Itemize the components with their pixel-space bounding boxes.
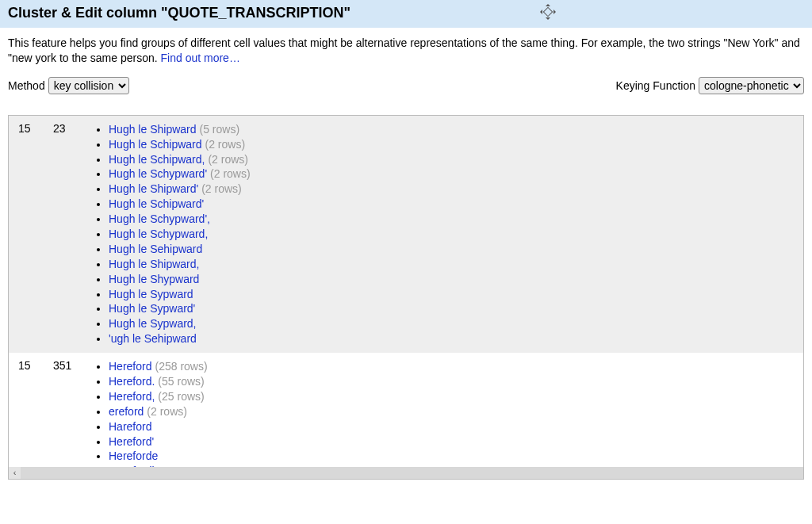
cluster-value-link[interactable]: Hugh le Schypward',	[109, 212, 210, 225]
keying-function-label: Keying Function	[616, 79, 695, 92]
row-count: (25 rows)	[158, 390, 204, 403]
find-out-more-link[interactable]: Find out more…	[161, 52, 240, 64]
method-control: Method key collision	[8, 77, 129, 94]
dialog-title: Cluster & Edit column "QUOTE_TRANSCRIPTI…	[8, 5, 350, 21]
cluster-value-link[interactable]: Hereforde	[109, 449, 158, 462]
cluster-values: Hugh le Shipward(5 rows)Hugh le Schipwar…	[91, 122, 799, 346]
cluster-size-a: 15	[13, 359, 53, 480]
cluster-value-item: Hereford'	[109, 434, 799, 449]
cluster-value-link[interactable]: Hugh le Sypward	[109, 288, 193, 300]
keying-function-select[interactable]: cologne-phonetic	[699, 77, 804, 94]
row-count: (2 rows)	[210, 167, 251, 180]
cluster-value-item: Hugh le Schipward,(2 rows)	[109, 152, 799, 167]
drag-handle-icon[interactable]	[539, 3, 557, 21]
cluster-value-link[interactable]: Hereford	[109, 360, 151, 373]
cluster-value-link[interactable]: 'ugh le Sehipward	[109, 332, 197, 345]
cluster-value-link[interactable]: Hereford'	[109, 435, 154, 448]
controls-row: Method key collision Keying Function col…	[0, 69, 812, 99]
cluster-value-item: Hugh le Schypward'(2 rows)	[109, 166, 799, 182]
cluster-value-item: Herefordie,	[109, 479, 799, 480]
cluster-size-b: 23	[53, 122, 91, 346]
cluster-value-item: Hereforde	[109, 449, 799, 464]
cluster-value-item: Hugh le Schypward',	[109, 212, 799, 227]
svg-rect-0	[543, 7, 552, 16]
cluster-value-item: Hugh le Schipward'	[109, 197, 799, 212]
cluster-value-item: Hugh le Shipward(5 rows)	[109, 122, 799, 137]
cluster-value-link[interactable]: Hugh le Shipward,	[109, 258, 199, 270]
cluster-value-link[interactable]: Hareford	[109, 420, 151, 433]
cluster-value-link[interactable]: Hugh le Sehipward	[109, 243, 202, 255]
cluster-value-item: ereford(2 rows)	[109, 404, 799, 419]
cluster-row: 15351Hereford(258 rows)Hereford.(55 rows…	[9, 353, 803, 480]
cluster-value-item: Hereford.(55 rows)	[109, 374, 799, 389]
cluster-size-a: 15	[13, 122, 53, 346]
cluster-value-link[interactable]: Hugh le Shipward'	[109, 182, 198, 195]
horizontal-scrollbar[interactable]: ‹	[9, 467, 803, 479]
intro-body: This feature helps you find groups of di…	[8, 36, 800, 64]
intro-text: This feature helps you find groups of di…	[0, 28, 812, 69]
cluster-value-link[interactable]: Hereford,	[109, 390, 155, 403]
cluster-value-link[interactable]: Hugh le Schipward,	[109, 153, 205, 166]
cluster-value-item: Hugh le Sypward,	[109, 316, 799, 331]
cluster-size-b: 351	[53, 359, 91, 480]
cluster-value-item: Hugh le Shipward,	[109, 257, 799, 272]
cluster-value-item: Hereford(258 rows)	[109, 359, 799, 374]
row-count: (55 rows)	[158, 375, 204, 388]
cluster-values: Hereford(258 rows)Hereford.(55 rows)Here…	[91, 359, 799, 480]
cluster-value-link[interactable]: Hugh le Sypward,	[109, 317, 197, 330]
row-count: (5 rows)	[200, 123, 240, 136]
row-count: (2 rows)	[205, 138, 246, 151]
method-select[interactable]: key collision	[48, 77, 129, 94]
scroll-left-arrow[interactable]: ‹	[9, 467, 21, 479]
keying-function-control: Keying Function cologne-phonetic	[616, 77, 804, 94]
cluster-value-item: 'ugh le Sehipward	[109, 331, 799, 346]
cluster-value-item: Hereford,(25 rows)	[109, 389, 799, 404]
row-count: (258 rows)	[155, 360, 207, 373]
cluster-value-item: Hugh le Shipward'(2 rows)	[109, 182, 799, 197]
cluster-value-item: Hugh le Schypward,	[109, 227, 799, 242]
cluster-value-link[interactable]: Hugh le Schypward'	[109, 167, 207, 180]
cluster-value-link[interactable]: Hereford.	[109, 375, 155, 388]
row-count: (2 rows)	[147, 405, 187, 418]
cluster-value-item: Hugh le Sehipward	[109, 242, 799, 257]
cluster-value-item: Hugh le Sypward'	[109, 301, 799, 316]
cluster-value-link[interactable]: Hugh le Shipward	[109, 123, 197, 136]
cluster-table: 1523Hugh le Shipward(5 rows)Hugh le Schi…	[8, 115, 804, 480]
cluster-value-item: Hugh le Sypward	[109, 287, 799, 302]
cluster-value-link[interactable]: Hugh le Shypward	[109, 273, 199, 285]
cluster-value-link[interactable]: Hugh le Schipward	[109, 138, 202, 151]
cluster-value-item: Hugh le Shypward	[109, 272, 799, 287]
cluster-value-item: Hareford	[109, 419, 799, 434]
cluster-value-link[interactable]: ereford	[109, 405, 144, 418]
scroll-track[interactable]	[21, 467, 803, 479]
row-count: (2 rows)	[201, 182, 242, 195]
cluster-value-link[interactable]: Hugh le Sypward'	[109, 302, 195, 315]
cluster-row: 1523Hugh le Shipward(5 rows)Hugh le Schi…	[9, 116, 803, 353]
cluster-value-link[interactable]: Hugh le Schypward,	[109, 228, 208, 240]
cluster-value-item: Hugh le Schipward(2 rows)	[109, 137, 799, 152]
row-count: (2 rows)	[208, 153, 248, 166]
dialog-header: Cluster & Edit column "QUOTE_TRANSCRIPTI…	[0, 0, 812, 28]
cluster-value-link[interactable]: Hugh le Schipward'	[109, 197, 204, 210]
method-label: Method	[8, 79, 45, 92]
